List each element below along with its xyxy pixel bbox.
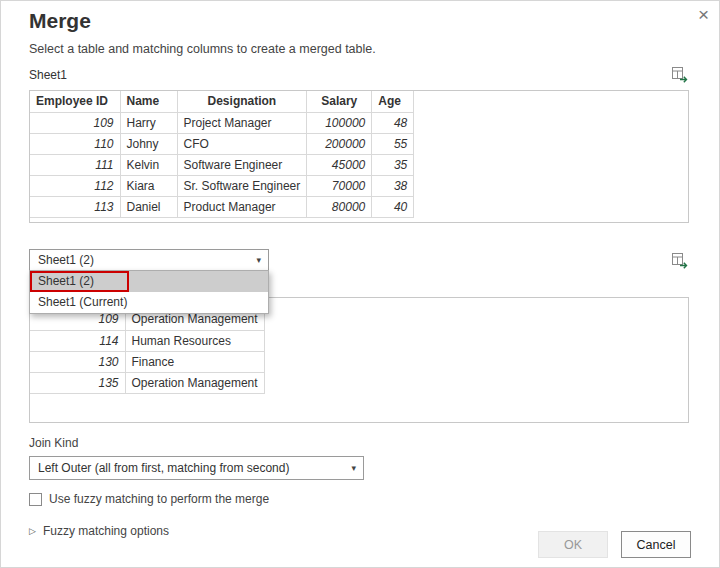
table-cell: Software Engineer xyxy=(177,154,307,175)
second-table: 109Operation Management114Human Resource… xyxy=(30,309,265,394)
second-table-select-value: Sheet1 (2) xyxy=(38,253,94,267)
table-cell: Sr. Software Engineer xyxy=(177,175,307,196)
second-table-section: Sheet1 (2) ▾ 109Operation Management114H… xyxy=(29,249,689,423)
close-icon[interactable]: × xyxy=(698,5,709,24)
table-cell: 200000 xyxy=(307,133,372,154)
table-cell: 48 xyxy=(372,112,414,133)
column-header: Employee ID xyxy=(30,91,120,112)
column-header: Designation xyxy=(177,91,307,112)
table-cell: Kelvin xyxy=(120,154,177,175)
table-cell: 111 xyxy=(30,154,120,175)
table-row: 109HarryProject Manager10000048 xyxy=(30,112,414,133)
table-cell: 109 xyxy=(30,112,120,133)
cancel-button[interactable]: Cancel xyxy=(621,531,691,558)
table-row: 110JohnyCFO20000055 xyxy=(30,133,414,154)
table-cell: 38 xyxy=(372,175,414,196)
table-cell: Human Resources xyxy=(125,330,264,351)
table-cell: 35 xyxy=(372,154,414,175)
table-row: 113DanielProduct Manager8000040 xyxy=(30,196,414,217)
table-cell: Project Manager xyxy=(177,112,307,133)
first-table: Employee IDNameDesignationSalaryAge 109H… xyxy=(30,91,414,218)
second-table-container: 109Operation Management114Human Resource… xyxy=(29,297,689,423)
choose-columns-icon[interactable] xyxy=(671,66,689,83)
table-cell: CFO xyxy=(177,133,307,154)
column-header: Age xyxy=(372,91,414,112)
table-row: 111KelvinSoftware Engineer4500035 xyxy=(30,154,414,175)
table-cell: 70000 xyxy=(307,175,372,196)
first-table-body: 109HarryProject Manager10000048110JohnyC… xyxy=(30,112,414,217)
table-cell: Kiara xyxy=(120,175,177,196)
chevron-down-icon: ▾ xyxy=(351,463,356,473)
second-table-body: 109Operation Management114Human Resource… xyxy=(30,309,264,393)
table-row: 112KiaraSr. Software Engineer7000038 xyxy=(30,175,414,196)
table-cell: 130 xyxy=(30,351,125,372)
dropdown-option[interactable]: Sheet1 (Current) xyxy=(30,292,268,313)
choose-columns-icon-svg xyxy=(671,66,688,83)
chevron-down-icon: ▾ xyxy=(256,255,261,265)
fuzzy-matching-label: Use fuzzy matching to perform the merge xyxy=(49,492,269,506)
dialog-buttons: OK Cancel xyxy=(538,531,691,558)
ok-button[interactable]: OK xyxy=(538,531,608,558)
table-cell: 100000 xyxy=(307,112,372,133)
merge-dialog: Merge × Select a table and matching colu… xyxy=(0,0,720,568)
table-cell: 135 xyxy=(30,372,125,393)
first-table-label: Sheet1 xyxy=(29,68,67,82)
second-table-select[interactable]: Sheet1 (2) ▾ xyxy=(29,249,269,271)
fuzzy-options-label: Fuzzy matching options xyxy=(43,524,169,538)
table-row: 114Human Resources xyxy=(30,330,264,351)
table-cell: 55 xyxy=(372,133,414,154)
table-row: 130Finance xyxy=(30,351,264,372)
red-highlight-box xyxy=(30,271,129,292)
join-kind-value: Left Outer (all from first, matching fro… xyxy=(38,461,289,475)
fuzzy-matching-checkbox[interactable] xyxy=(29,493,42,506)
second-table-dropdown-list: Sheet1 (2)Sheet1 (Current) xyxy=(29,270,269,314)
table-cell: 114 xyxy=(30,330,125,351)
table-cell: 113 xyxy=(30,196,120,217)
table-cell: Harry xyxy=(120,112,177,133)
table-cell: Operation Management xyxy=(125,372,264,393)
table-cell: 80000 xyxy=(307,196,372,217)
dialog-title: Merge xyxy=(29,9,689,33)
join-kind-label: Join Kind xyxy=(29,436,689,450)
dialog-subtitle: Select a table and matching columns to c… xyxy=(29,42,689,56)
choose-columns-icon[interactable] xyxy=(671,252,689,269)
join-kind-select[interactable]: Left Outer (all from first, matching fro… xyxy=(29,456,364,480)
table-row: 135Operation Management xyxy=(30,372,264,393)
column-header: Name xyxy=(120,91,177,112)
table-cell: Daniel xyxy=(120,196,177,217)
table-cell: 112 xyxy=(30,175,120,196)
first-table-head: Employee IDNameDesignationSalaryAge xyxy=(30,91,414,112)
table-cell: Product Manager xyxy=(177,196,307,217)
table-cell: 45000 xyxy=(307,154,372,175)
column-header: Salary xyxy=(307,91,372,112)
first-table-container: Employee IDNameDesignationSalaryAge 109H… xyxy=(29,90,689,223)
expander-triangle-icon: ▷ xyxy=(29,526,36,536)
dropdown-option[interactable]: Sheet1 (2) xyxy=(30,271,268,292)
header-row: Employee IDNameDesignationSalaryAge xyxy=(30,91,414,112)
table-cell: 110 xyxy=(30,133,120,154)
choose-columns-icon-svg xyxy=(671,252,688,269)
table-cell: 40 xyxy=(372,196,414,217)
table-cell: Finance xyxy=(125,351,264,372)
table-cell: Johny xyxy=(120,133,177,154)
fuzzy-matching-row[interactable]: Use fuzzy matching to perform the merge xyxy=(29,492,689,506)
